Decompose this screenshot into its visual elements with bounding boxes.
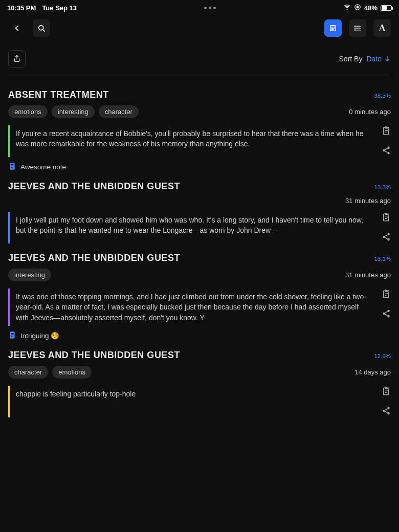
entry-title: ABSENT TREATMENT: [8, 90, 109, 100]
tag[interactable]: character: [8, 366, 48, 379]
entry-timestamp: 31 minutes ago: [345, 271, 391, 279]
svg-point-11: [354, 28, 356, 29]
note-icon: [8, 162, 16, 172]
entry-note: Intriguing 🧐: [20, 331, 59, 340]
svg-line-2: [43, 30, 45, 31]
font-settings-button[interactable]: A: [373, 19, 391, 37]
entry-quote[interactable]: If you're a recent acquaintance of Bobbi…: [8, 125, 376, 157]
entry-timestamp: 0 minutes ago: [349, 108, 391, 116]
status-bar: 10:35 PM Tue Sep 13 48%: [0, 0, 399, 14]
svg-point-19: [387, 238, 390, 241]
entry[interactable]: JEEVES AND THE UNBIDDEN GUEST13.3%31 min…: [8, 181, 391, 243]
entry-percent: 38.3%: [374, 93, 391, 99]
tag[interactable]: emotions: [52, 366, 92, 379]
copy-icon[interactable]: [382, 126, 391, 138]
share-icon[interactable]: [382, 309, 391, 320]
entry[interactable]: ABSENT TREATMENT38.3%emotionsinteresting…: [8, 90, 391, 172]
svg-point-16: [387, 152, 390, 154]
multitask-dots-icon[interactable]: [204, 7, 216, 9]
svg-point-10: [354, 26, 356, 27]
svg-point-18: [383, 236, 385, 238]
export-button[interactable]: [8, 50, 26, 68]
copy-icon[interactable]: [382, 290, 391, 301]
share-icon[interactable]: [382, 406, 391, 417]
svg-point-22: [387, 315, 390, 318]
svg-point-24: [383, 410, 385, 412]
svg-point-20: [387, 310, 390, 313]
entry[interactable]: JEEVES AND THE UNBIDDEN GUEST13.1%intere…: [8, 253, 391, 341]
copy-icon[interactable]: [382, 387, 391, 398]
entry[interactable]: JEEVES AND THE UNBIDDEN GUEST12.9%charac…: [8, 350, 391, 417]
toolbar: A: [0, 14, 399, 44]
entries-list: ABSENT TREATMENT38.3%emotionsinteresting…: [0, 76, 399, 422]
sort-control[interactable]: Sort By Date: [339, 55, 391, 63]
tag[interactable]: emotions: [8, 105, 48, 118]
svg-point-23: [387, 407, 390, 409]
entry-percent: 13.3%: [374, 184, 391, 190]
orientation-lock-icon: [354, 4, 361, 12]
entry-timestamp: 31 minutes ago: [345, 197, 391, 205]
entry-title: JEEVES AND THE UNBIDDEN GUEST: [8, 350, 180, 361]
share-icon[interactable]: [382, 146, 391, 157]
svg-point-15: [383, 149, 385, 152]
svg-point-21: [383, 313, 385, 315]
share-icon[interactable]: [382, 232, 391, 243]
back-button[interactable]: [8, 19, 26, 37]
status-date: Tue Sep 13: [42, 4, 77, 12]
svg-point-17: [387, 233, 390, 236]
entry-note: Awesome note: [20, 163, 66, 171]
subbar: Sort By Date: [0, 44, 399, 73]
tag[interactable]: interesting: [8, 269, 51, 281]
tag[interactable]: interesting: [52, 105, 95, 118]
entry-percent: 13.1%: [374, 256, 391, 262]
view-list-button[interactable]: [349, 19, 366, 37]
search-button[interactable]: [33, 19, 50, 37]
entry-percent: 12.9%: [374, 353, 391, 359]
svg-point-12: [354, 30, 356, 31]
entry-quote[interactable]: chappie is feeling particularly top-hole: [8, 386, 376, 417]
svg-point-25: [387, 412, 390, 415]
sort-label: Sort By: [339, 55, 363, 63]
copy-icon[interactable]: [382, 213, 391, 224]
wifi-icon: [343, 3, 351, 12]
battery-percent: 48%: [364, 4, 378, 12]
entry-title: JEEVES AND THE UNBIDDEN GUEST: [8, 181, 180, 192]
tag[interactable]: character: [99, 105, 139, 118]
arrow-down-icon: [384, 55, 391, 62]
battery-icon: [381, 5, 392, 11]
entry-quote[interactable]: I jolly well put my foot down and showed…: [8, 212, 376, 243]
note-icon: [8, 331, 16, 341]
entry-quote[interactable]: It was one of those topping mornings, an…: [8, 289, 376, 326]
entry-title: JEEVES AND THE UNBIDDEN GUEST: [8, 253, 180, 263]
sort-value: Date: [366, 55, 382, 63]
svg-point-14: [387, 147, 390, 149]
status-time: 10:35 PM: [7, 4, 36, 12]
view-cards-button[interactable]: [324, 19, 342, 37]
entry-timestamp: 14 days ago: [354, 368, 391, 376]
